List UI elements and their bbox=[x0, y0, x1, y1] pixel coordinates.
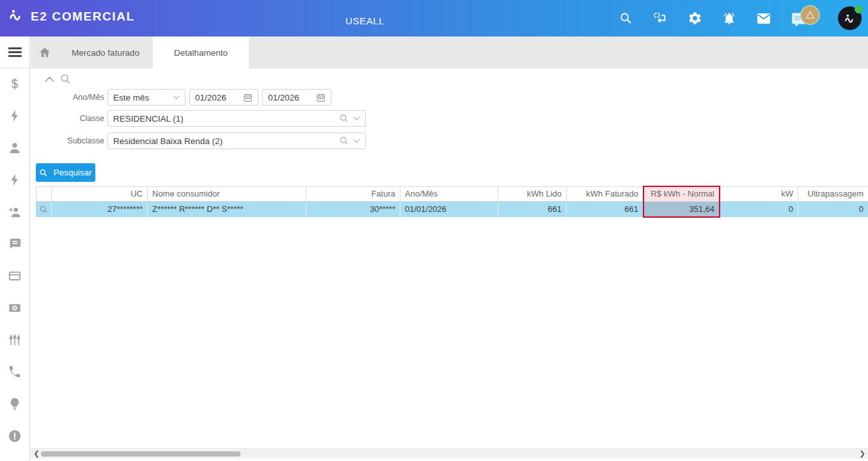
horizontal-scrollbar[interactable]: ❮ ❯ bbox=[31, 448, 868, 458]
mail-icon[interactable] bbox=[756, 11, 771, 26]
menu-icon[interactable] bbox=[0, 36, 29, 69]
person-icon[interactable] bbox=[8, 141, 22, 155]
table-row[interactable]: 27********Z****** R****** D** S*****30**… bbox=[36, 202, 868, 217]
bolt-alt-icon[interactable] bbox=[8, 173, 22, 187]
dollar-icon[interactable] bbox=[8, 77, 22, 91]
e2-wave-logo-icon bbox=[8, 7, 25, 26]
collapse-filters-chevron-up-icon[interactable] bbox=[44, 74, 55, 86]
magnifier-icon[interactable] bbox=[339, 113, 349, 124]
table-cell-ano-m-s: 01/01/2026 bbox=[400, 202, 498, 217]
tab-bar: Mercado faturado Detalhamento bbox=[31, 36, 868, 69]
column-header-r-kwh-normal[interactable]: R$ kWh - Normal bbox=[643, 187, 720, 201]
sidebar: 0 bbox=[0, 36, 30, 461]
gear-icon[interactable] bbox=[687, 11, 702, 26]
classe-value: RESIDENCIAL (1) bbox=[113, 114, 335, 124]
table-cell-kw: 0 bbox=[720, 202, 798, 217]
tab-mercado-faturado[interactable]: Mercado faturado bbox=[58, 36, 153, 69]
chat-list-icon[interactable] bbox=[8, 237, 22, 251]
environment-title: USEALL bbox=[345, 15, 384, 26]
ano-mes-to-value: 01/2026 bbox=[268, 93, 312, 102]
table-body: 27********Z****** R****** D** S*****30**… bbox=[36, 202, 868, 217]
search-icon bbox=[39, 168, 48, 177]
chat-icon[interactable] bbox=[791, 7, 819, 30]
scroll-right-arrow-icon[interactable]: ❯ bbox=[858, 449, 867, 458]
row-detail-search-icon[interactable] bbox=[36, 202, 52, 217]
subclasse-label: Subclasse bbox=[40, 136, 104, 145]
classe-label: Classe bbox=[40, 114, 104, 123]
scrollbar-thumb[interactable] bbox=[41, 451, 241, 457]
classe-combobox[interactable]: RESIDENCIAL (1) bbox=[107, 110, 366, 127]
table-cell-uc: 27******** bbox=[52, 202, 148, 217]
credit-card-icon[interactable] bbox=[8, 269, 22, 283]
ano-mes-from-value: 01/2026 bbox=[195, 93, 239, 102]
column-header-ultrapassagem[interactable]: Ultrapassagem bbox=[798, 187, 868, 201]
application-window: E2 COMERCIAL USEALL bbox=[0, 0, 868, 461]
subclasse-combobox[interactable]: Residencial Baixa Renda (2) bbox=[107, 133, 366, 149]
ano-mes-preset-value: Este mês bbox=[113, 93, 169, 102]
column-header-ano-m-s[interactable]: Ano/Mês bbox=[400, 187, 498, 201]
sidebar-icon-list: 0 bbox=[0, 69, 29, 443]
column-header-uc[interactable]: UC bbox=[52, 187, 148, 201]
search-icon[interactable] bbox=[618, 11, 633, 26]
table-cell-fatura: 30***** bbox=[306, 202, 400, 217]
column-header-fatura[interactable]: Fatura bbox=[306, 187, 400, 201]
calendar-icon[interactable] bbox=[243, 93, 253, 102]
ano-mes-label: Ano/Mês bbox=[40, 93, 104, 102]
search-button[interactable]: Pesquisar bbox=[36, 163, 95, 182]
table-cell-ultrapassagem: 0 bbox=[798, 202, 868, 217]
chat-badge-icon bbox=[800, 5, 820, 25]
column-header-kw[interactable]: kW bbox=[720, 187, 798, 201]
tab-detalhamento[interactable]: Detalhamento bbox=[153, 36, 249, 69]
subclasse-value: Residencial Baixa Renda (2) bbox=[113, 136, 335, 146]
banknote-icon[interactable]: 0 bbox=[8, 301, 22, 315]
column-header-kwh-faturado[interactable]: kWh Faturado bbox=[567, 187, 643, 201]
table-cell-nome-consumidor: Z****** R****** D** S***** bbox=[148, 202, 306, 217]
home-icon[interactable] bbox=[31, 36, 58, 69]
scroll-left-arrow-icon[interactable]: ❮ bbox=[32, 449, 41, 458]
bolt-icon[interactable] bbox=[8, 109, 22, 123]
search-button-label: Pesquisar bbox=[53, 168, 91, 177]
avatar[interactable] bbox=[838, 6, 862, 30]
app-logo[interactable]: E2 COMERCIAL bbox=[8, 7, 135, 26]
chevron-down-icon[interactable] bbox=[353, 116, 360, 121]
magnifier-icon[interactable] bbox=[339, 136, 349, 146]
table-cell-kwh-lido: 661 bbox=[498, 202, 567, 217]
alert-icon[interactable] bbox=[8, 429, 22, 443]
calendar-icon[interactable] bbox=[316, 93, 326, 102]
topbar-icon-group bbox=[618, 0, 862, 36]
app-name: E2 COMERCIAL bbox=[31, 10, 135, 24]
filter-section-magnifier-icon bbox=[59, 73, 72, 88]
bell-icon[interactable] bbox=[722, 11, 737, 26]
column-header-search[interactable] bbox=[36, 187, 52, 201]
lightbulb-icon[interactable] bbox=[8, 397, 22, 411]
person-add-icon[interactable] bbox=[8, 205, 22, 219]
online-status-dot bbox=[855, 5, 863, 13]
ano-mes-to-input[interactable]: 01/2026 bbox=[262, 89, 331, 106]
ano-mes-preset-select[interactable]: Este mês bbox=[107, 89, 185, 106]
results-table: UCNome consumidorFaturaAno/MêskWh LidokW… bbox=[36, 186, 868, 217]
table-cell-r-kwh-normal: 351,64 bbox=[643, 202, 720, 217]
chevron-down-icon[interactable] bbox=[353, 138, 360, 143]
topbar: E2 COMERCIAL USEALL bbox=[0, 0, 868, 36]
sliders-icon[interactable] bbox=[8, 333, 22, 347]
chevron-down-icon bbox=[173, 95, 180, 100]
content-area: Ano/Mês Este mês 01/2026 01/2026 bbox=[31, 69, 868, 461]
table-header-row: UCNome consumidorFaturaAno/MêskWh LidokW… bbox=[36, 186, 868, 202]
ano-mes-from-input[interactable]: 01/2026 bbox=[189, 89, 258, 106]
phone-icon[interactable] bbox=[8, 365, 22, 379]
table-cell-kwh-faturado: 661 bbox=[567, 202, 643, 217]
column-header-nome-consumidor[interactable]: Nome consumidor bbox=[148, 187, 306, 201]
column-header-kwh-lido[interactable]: kWh Lido bbox=[498, 187, 567, 201]
workflow-icon[interactable] bbox=[652, 11, 668, 26]
